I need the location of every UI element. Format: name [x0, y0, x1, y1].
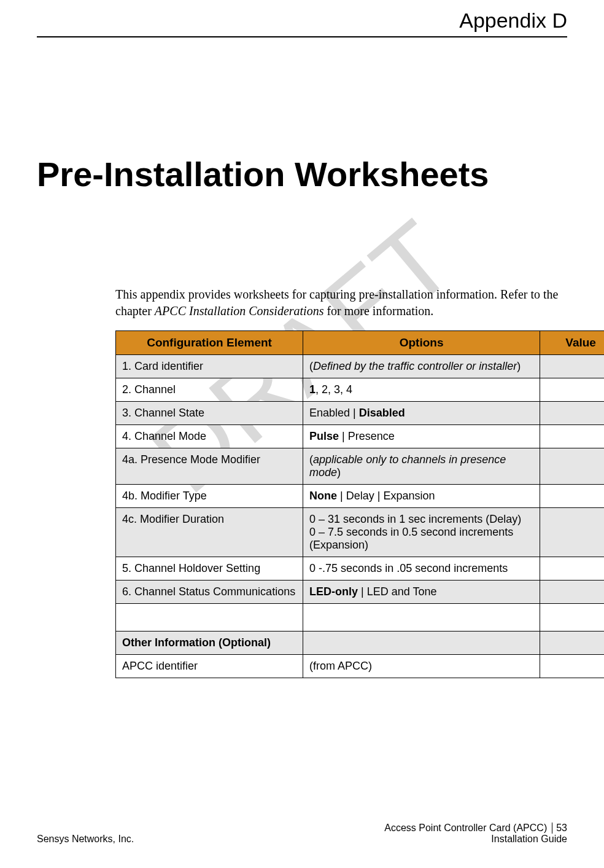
- cell-element: 1. Card identifier: [116, 355, 303, 378]
- header-rule: [37, 36, 567, 37]
- paren-close: ): [337, 466, 341, 479]
- footer-page-number: 53: [556, 823, 567, 834]
- cell-value: [540, 355, 604, 378]
- cell-element: 3. Channel State: [116, 402, 303, 425]
- cell-section-label: Other Information (Optional): [116, 631, 303, 655]
- table-row: 4. Channel Mode Pulse | Presence: [116, 425, 605, 448]
- cell-value: [540, 581, 604, 604]
- header-value: Value: [540, 331, 604, 355]
- cell-value: [540, 655, 604, 678]
- cell-options-bold: 1: [309, 383, 316, 396]
- intro-paragraph: This appendix provides worksheets for ca…: [115, 286, 561, 319]
- cell-options-rest: | Presence: [339, 430, 395, 442]
- table-row: 4b. Modifier Type None | Delay | Expansi…: [116, 485, 605, 508]
- worksheet-table: Configuration Element Options Value 1. C…: [115, 330, 604, 678]
- footer-doc-title: Access Point Controller Card (APCC): [384, 823, 552, 834]
- cell-element: 4. Channel Mode: [116, 425, 303, 448]
- cell-options: LED-only | LED and Tone: [303, 581, 540, 604]
- cell-element: 4b. Modifier Type: [116, 485, 303, 508]
- cell-options-pre: Enabled |: [309, 407, 359, 419]
- footer-left: Sensys Networks, Inc.: [37, 834, 134, 845]
- table-row: 3. Channel State Enabled | Disabled: [116, 402, 605, 425]
- table-row: APCC identifier (from APCC): [116, 655, 605, 678]
- table-row-section: Other Information (Optional): [116, 631, 605, 655]
- cell-options-bold: Pulse: [309, 430, 339, 442]
- cell-options-rest: | Delay | Expansion: [337, 490, 435, 502]
- cell-value: [540, 508, 604, 557]
- intro-italic: APCC Installation Considerations: [155, 304, 324, 318]
- cell-options: 0 -.75 seconds in .05 second incre­ments: [303, 557, 540, 581]
- cell-options: [303, 604, 540, 631]
- cell-element: 4c. Modifier Duration: [116, 508, 303, 557]
- cell-options: (Defined by the traffic controller or in…: [303, 355, 540, 378]
- cell-options-bold: LED-only: [309, 585, 358, 598]
- cell-element: 2. Channel: [116, 378, 303, 402]
- cell-value: [540, 604, 604, 631]
- cell-options: None | Delay | Expansion: [303, 485, 540, 508]
- cell-options: 0 – 31 seconds in 1 sec increments (Dela…: [303, 508, 540, 557]
- cell-element: 4a. Presence Mode Modifier: [116, 448, 303, 485]
- cell-options-ital: Defined by the traffic controller or ins…: [313, 360, 517, 372]
- cell-value: [540, 378, 604, 402]
- cell-options-line1: 0 – 31 seconds in 1 sec increments (Dela…: [309, 513, 521, 525]
- cell-options: Pulse | Presence: [303, 425, 540, 448]
- table-row: 5. Channel Holdover Setting 0 -.75 secon…: [116, 557, 605, 581]
- cell-value: [540, 425, 604, 448]
- cell-options-line2: 0 – 7.5 seconds in 0.5 second increments…: [309, 526, 513, 551]
- table-row: 6. Channel Status Communications LED-onl…: [116, 581, 605, 604]
- cell-element: 5. Channel Holdover Setting: [116, 557, 303, 581]
- cell-options: 1, 2, 3, 4: [303, 378, 540, 402]
- cell-options: (applicable only to channels in presence…: [303, 448, 540, 485]
- cell-value: [540, 557, 604, 581]
- cell-element: 6. Channel Status Communications: [116, 581, 303, 604]
- intro-suffix: for more information.: [323, 304, 433, 318]
- footer-right: Access Point Controller Card (APCC)53 In…: [384, 823, 567, 845]
- paren-close: ): [517, 360, 521, 372]
- cell-options-rest: | LED and Tone: [358, 585, 436, 598]
- header-options: Options: [303, 331, 540, 355]
- header-config-element: Configuration Element: [116, 331, 303, 355]
- table-row: 2. Channel 1, 2, 3, 4: [116, 378, 605, 402]
- cell-options: [303, 631, 540, 655]
- cell-value: [540, 448, 604, 485]
- table-row: 1. Card identifier (Defined by the traff…: [116, 355, 605, 378]
- page-title: Pre-Installation Worksheets: [37, 154, 567, 194]
- table-header-row: Configuration Element Options Value: [116, 331, 605, 355]
- cell-options-rest: , 2, 3, 4: [316, 383, 352, 396]
- cell-value: [540, 485, 604, 508]
- cell-value: [540, 402, 604, 425]
- cell-options-bold: Disabled: [359, 407, 405, 419]
- table-row: 4a. Presence Mode Modifier (applicable o…: [116, 448, 605, 485]
- cell-options: Enabled | Disabled: [303, 402, 540, 425]
- cell-element: [116, 604, 303, 631]
- cell-value: [540, 631, 604, 655]
- cell-options: (from APCC): [303, 655, 540, 678]
- header-appendix: Appendix D: [37, 0, 567, 36]
- cell-options-bold: None: [309, 490, 337, 502]
- table-row: 4c. Modifier Duration 0 – 31 seconds in …: [116, 508, 605, 557]
- cell-element: APCC identifier: [116, 655, 303, 678]
- table-row-blank: [116, 604, 605, 631]
- footer-doc-subtitle: Installation Guide: [384, 834, 567, 845]
